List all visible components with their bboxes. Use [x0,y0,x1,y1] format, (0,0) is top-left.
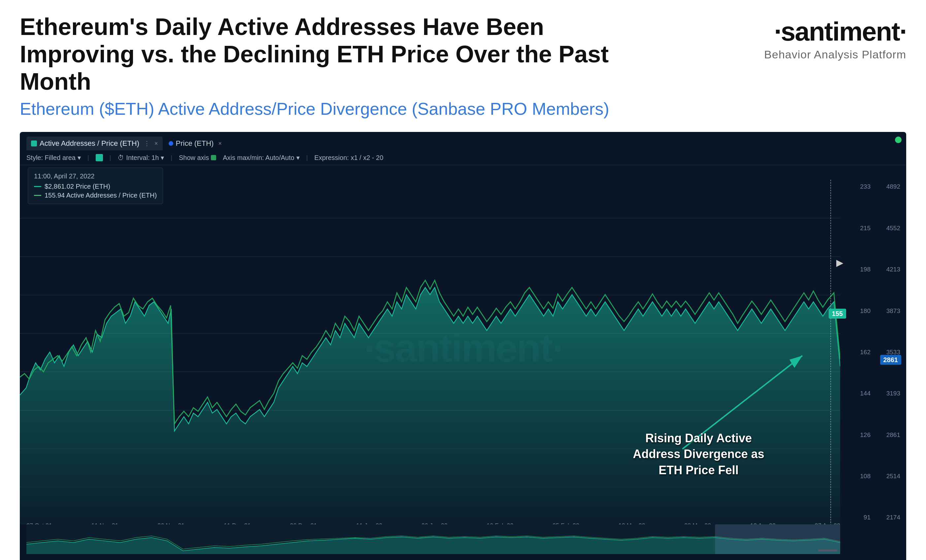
header-text: Ethereum's Daily Active Addresses Have B… [20,13,735,119]
interval-icon: ⏱ [118,154,124,162]
y-label-3193: 3193 [876,390,900,397]
expression-label: Expression: x1 / x2 - 20 [315,154,383,162]
axis-max-selector[interactable]: Axis max/min: Auto/Auto ▾ [223,154,300,162]
badge-2861: 2861 [880,355,902,365]
axis-max-label: Axis max/min: Auto/Auto [223,154,294,162]
behavior-tagline: Behavior Analysis Platform [764,48,906,61]
y-label-215: 215 [849,225,870,232]
subtitle: Ethereum ($ETH) Active Address/Price Div… [20,99,735,119]
style-label: Style: Filled area [26,154,76,162]
annotation-container: Rising Daily ActiveAddress Divergence as… [633,430,764,478]
tab-active-addresses[interactable]: Active Addresses / Price (ETH) ⋮ × [26,137,163,150]
tab-active-x[interactable]: × [154,140,158,147]
interval-selector[interactable]: ⏱ Interval: 1h ▾ [118,154,164,162]
y-axis-price: 4892 4552 4213 3873 3533 3193 2861 2514 … [873,180,903,524]
y-label-91: 91 [849,514,870,521]
y-label-4892: 4892 [876,183,900,190]
sep1: | [88,154,89,161]
annotation-text: Rising Daily ActiveAddress Divergence as… [633,430,764,478]
y-axis-active: 233 215 198 180 162 144 126 108 91 [847,180,873,524]
tab-color-active [31,140,37,146]
tooltip-price-row: $2,861.02 Price (ETH) [34,183,157,190]
badge-155: 155 [829,309,846,318]
sep3: | [171,154,172,161]
price-indicator [34,186,41,187]
price-badge-active: 155 [829,310,846,318]
chart-container: Active Addresses / Price (ETH) ⋮ × Price… [20,132,906,560]
sep4: | [306,154,308,161]
interval-label: Interval: 1h [126,154,159,162]
y-label-198: 198 [849,266,870,273]
show-axis-checkbox[interactable] [211,155,216,160]
main-title: Ethereum's Daily Active Addresses Have B… [20,13,647,95]
y-label-2174: 2174 [876,514,900,521]
show-axis-label: Show axis [179,154,209,162]
price-badge-eth: 2861 [880,356,902,364]
minimap-svg [26,524,840,554]
active-indicator [34,195,41,196]
y-label-162: 162 [849,349,870,356]
tab-active-addresses-label: Active Addresses / Price (ETH) [39,139,139,148]
tooltip-active: 155.94 Active Addresses / Price (ETH) [45,192,157,199]
y-label-2861: 2861 [876,432,900,439]
tab-active-close[interactable]: ⋮ [144,140,150,147]
tooltip-price: $2,861.02 Price (ETH) [45,183,110,190]
scrollbar-minimap[interactable] [26,524,840,554]
axis-max-chevron: ▾ [297,154,300,162]
y-label-144: 144 [849,390,870,397]
y-label-180: 180 [849,307,870,315]
sep2: | [110,154,111,161]
chart-toolbar: Style: Filled area ▾ | | ⏱ Interval: 1h … [20,150,906,165]
color-indicator [96,154,103,161]
scrollbar-thumb[interactable] [818,549,838,551]
tooltip-active-row: 155.94 Active Addresses / Price (ETH) [34,192,157,199]
tab-price-x[interactable]: × [218,140,222,147]
y-label-108: 108 [849,472,870,480]
style-selector[interactable]: Style: Filled area ▾ [26,154,81,162]
style-chevron: ▾ [77,154,81,162]
logo-text: ·santiment· [774,17,906,47]
show-axis-control[interactable]: Show axis [179,154,216,162]
y-label-233: 233 [849,183,870,190]
y-label-4213: 4213 [876,266,900,273]
tab-price-label: Price (ETH) [176,139,214,148]
chart-tabs: Active Addresses / Price (ETH) ⋮ × Price… [20,132,906,150]
right-arrow-indicator: ▶ [836,257,843,268]
expression-selector[interactable]: Expression: x1 / x2 - 20 [315,154,383,162]
y-label-4552: 4552 [876,225,900,232]
tooltip-date: 11:00, April 27, 2022 [34,172,157,180]
header: Ethereum's Daily Active Addresses Have B… [0,0,926,125]
chart-tooltip: 11:00, April 27, 2022 $2,861.02 Price (E… [28,168,163,204]
interval-chevron: ▾ [161,154,164,162]
tab-color-price [169,141,173,146]
logo-section: ·santiment· Behavior Analysis Platform [735,13,906,61]
y-label-3873: 3873 [876,307,900,315]
color-box-selector[interactable] [96,154,103,161]
y-label-126: 126 [849,432,870,439]
tab-price[interactable]: Price (ETH) × [164,137,226,150]
y-label-2514: 2514 [876,472,900,480]
